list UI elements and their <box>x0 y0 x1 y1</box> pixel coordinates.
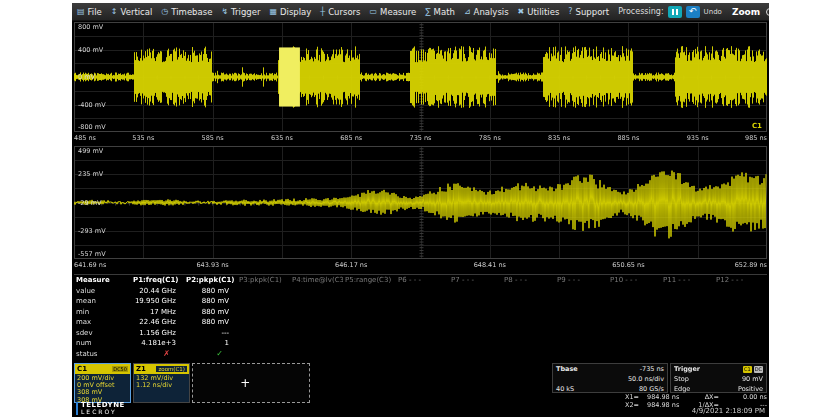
menu-support[interactable]: ?Support <box>568 7 609 17</box>
measure-value: 4.181e+3 <box>131 339 184 347</box>
y-axis-label: -800 mV <box>78 124 106 131</box>
y-axis-label: 400 mV <box>78 46 103 53</box>
trigger-level: 90 mV <box>742 374 763 384</box>
datetime-display: 4/9/2021 2:18:09 PM <box>692 407 765 415</box>
measure-icon: ▭ <box>370 8 378 16</box>
menu-file[interactable]: ▤File <box>77 7 102 17</box>
x-axis-label: 485 ns <box>74 134 96 142</box>
math-icon: ∑ <box>425 8 430 16</box>
menu-utilities[interactable]: ✖Utilities <box>518 7 560 17</box>
zoom-grid-area[interactable]: 499 mV 235 mV -29 mV -293 mV -557 mV <box>74 146 767 259</box>
x-axis-label: 935 ns <box>687 134 709 142</box>
menu-cursors-label: Cursors <box>328 7 360 17</box>
screenshot-page: ▤File ↕Vertical ◷Timebase ↯Trigger ▦Disp… <box>0 0 840 420</box>
menu-analysis[interactable]: ⊿Analysis <box>464 7 509 17</box>
measure-value: 880 mV <box>184 297 237 305</box>
x-axis-label: 652.89 ns <box>735 261 767 269</box>
y-axis-label: -557 mV <box>78 251 106 258</box>
teledyne-lecroy-logo: TELEDYNE LECROY <box>76 402 125 415</box>
menu-vertical[interactable]: ↕Vertical <box>111 7 153 17</box>
param-header-p6[interactable]: P6 - - - <box>396 276 449 284</box>
support-icon: ? <box>568 8 572 16</box>
x2-label: X2= <box>625 402 647 410</box>
trigger-source-badge: C1 <box>743 366 752 373</box>
row-label-status: status <box>74 350 131 358</box>
file-icon: ▤ <box>77 8 85 16</box>
menu-display[interactable]: ▦Display <box>269 7 311 17</box>
c1-descriptor-box[interactable]: C1 DC50 200 mV/div 0 mV offset 308 mV 30… <box>74 363 131 403</box>
z1-descriptor-box[interactable]: Z1 zoom(C1) 132 mV/div 1.12 ns/div <box>133 363 190 403</box>
undo-button[interactable]: ↶ <box>686 6 700 18</box>
oscilloscope-app: ▤File ↕Vertical ◷Timebase ↯Trigger ▦Disp… <box>72 3 769 417</box>
menu-trigger[interactable]: ↯Trigger <box>221 7 260 17</box>
c1-zero-level-marker[interactable] <box>74 73 79 81</box>
main-graticule[interactable]: 800 mV 400 mV 0 mV -400 mV -800 mV C1 48… <box>72 22 769 145</box>
pause-icon-bar <box>676 9 678 15</box>
y-axis-label: 235 mV <box>78 171 103 178</box>
x-axis-label: 646.17 ns <box>335 261 367 269</box>
logo-line2: LECROY <box>81 409 125 415</box>
magnifier-icon[interactable] <box>766 8 769 16</box>
param-header-p8[interactable]: P8 - - - <box>502 276 555 284</box>
menu-cursors[interactable]: ┼Cursors <box>320 7 360 17</box>
c1-waveform-canvas[interactable] <box>74 22 767 132</box>
crosshair-icon: + <box>240 376 250 390</box>
y-axis-label: -400 mV <box>78 101 106 108</box>
measure-value: 22.46 GHz <box>131 318 184 326</box>
trigger-mode: Stop <box>674 374 689 384</box>
x-axis-label: 535 ns <box>132 134 154 142</box>
c1-coupling-badge: DC50 <box>112 366 128 372</box>
x-axis-label: 650.65 ns <box>612 261 644 269</box>
trigger-coupling-badge: DC <box>754 366 763 373</box>
measure-value: 880 mV <box>184 287 237 295</box>
measure-value: 1 <box>184 339 237 347</box>
row-label-value: value <box>74 287 131 295</box>
z1-tdiv: 1.12 ns/div <box>136 382 187 389</box>
zoom-graticule[interactable]: 499 mV 235 mV -29 mV -293 mV -557 mV 641… <box>72 146 769 272</box>
menu-timebase[interactable]: ◷Timebase <box>161 7 212 17</box>
y-axis-label: -293 mV <box>78 228 106 235</box>
measure-value: 19.950 GHz <box>131 297 184 305</box>
row-label-num: num <box>74 339 131 347</box>
menu-math[interactable]: ∑Math <box>425 7 455 17</box>
param-header-p3[interactable]: P3:pkpk(C1) <box>237 276 290 284</box>
param-header-p5[interactable]: P5:range(C3) <box>343 276 396 284</box>
menu-vertical-label: Vertical <box>121 7 153 17</box>
z1-waveform-canvas[interactable] <box>74 146 767 259</box>
menu-timebase-label: Timebase <box>171 7 212 17</box>
menu-utilities-label: Utilities <box>527 7 559 17</box>
menu-display-label: Display <box>280 7 311 17</box>
param-header-p9[interactable]: P9 - - - <box>555 276 608 284</box>
x-axis-label: 635 ns <box>271 134 293 142</box>
pause-icon <box>672 9 674 15</box>
zoom-time-axis: 641.69 ns 643.93 ns 646.17 ns 648.41 ns … <box>74 259 767 271</box>
cursors-icon: ┼ <box>320 8 325 16</box>
trigger-descriptor-box[interactable]: Trigger C1 DC Stop 90 mV Edge Positive <box>670 363 767 393</box>
x-axis-label: 785 ns <box>479 134 501 142</box>
param-header-p1[interactable]: P1:freq(C1) <box>131 276 184 284</box>
measure-value: 17 MHz <box>131 308 184 316</box>
timebase-icon: ◷ <box>161 8 168 16</box>
row-label-sdev: sdev <box>74 329 131 337</box>
zoom-preview-box[interactable]: + <box>192 363 310 403</box>
menu-measure-label: Measure <box>380 7 416 17</box>
param-header-p10[interactable]: P10 - - - <box>608 276 661 284</box>
param-header-p7[interactable]: P7 - - - <box>449 276 502 284</box>
timebase-descriptor-box[interactable]: Tbase -735 ns 50.0 ns/div 40 kS 80 GS/s <box>552 363 668 393</box>
descriptor-bar: C1 DC50 200 mV/div 0 mV offset 308 mV 30… <box>72 361 769 403</box>
menu-measure[interactable]: ▭Measure <box>370 7 417 17</box>
undo-caption: Undo <box>704 8 722 16</box>
x-axis-label: 735 ns <box>410 134 432 142</box>
main-grid-area[interactable]: 800 mV 400 mV 0 mV -400 mV -800 mV C1 <box>74 22 767 132</box>
measure-value: 880 mV <box>184 318 237 326</box>
param-header-p11[interactable]: P11 - - - <box>661 276 714 284</box>
param-header-p12[interactable]: P12 - - - <box>714 276 767 284</box>
trigger-title: Trigger <box>674 364 700 374</box>
trigger-icon: ↯ <box>221 8 228 16</box>
param-header-p4[interactable]: P4:time@lv(C3) <box>290 276 343 284</box>
display-icon: ▦ <box>269 8 277 16</box>
menu-math-label: Math <box>434 7 455 17</box>
param-header-p2[interactable]: P2:pkpk(C1) <box>184 276 237 284</box>
row-label-min: min <box>74 308 131 316</box>
pause-button[interactable] <box>668 6 682 18</box>
